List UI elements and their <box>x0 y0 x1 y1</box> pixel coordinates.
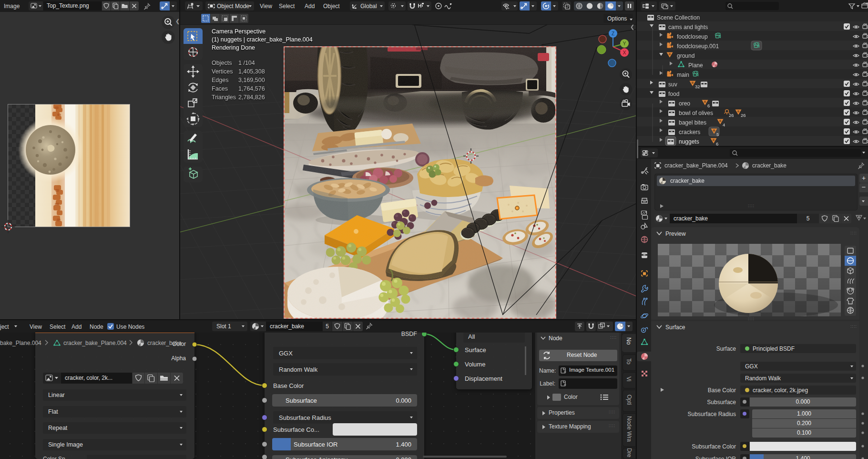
svg-text:cracker_bake: cracker_bake <box>752 162 786 169</box>
svg-text:food: food <box>668 91 679 97</box>
svg-text:suv: suv <box>668 81 677 88</box>
svg-text:6: 6 <box>707 103 710 108</box>
svg-text:foodcloseup: foodcloseup <box>677 33 708 40</box>
svg-text:bowl of olives: bowl of olives <box>679 110 713 116</box>
svg-text:main: main <box>677 72 689 78</box>
svg-text:6: 6 <box>716 141 718 146</box>
svg-text:ground: ground <box>677 52 694 59</box>
svg-text:Z: Z <box>612 31 614 36</box>
svg-text:26: 26 <box>729 113 734 118</box>
svg-text:cracker_bake_Plane.004: cracker_bake_Plane.004 <box>63 340 127 346</box>
svg-text:Plane: Plane <box>688 62 703 69</box>
svg-text:Scene Collection: Scene Collection <box>657 14 700 21</box>
svg-text:5: 5 <box>716 132 719 137</box>
svg-text:cracker_bake: cracker_bake <box>147 340 182 346</box>
svg-text:32: 32 <box>695 84 700 89</box>
svg-text:bake_Plane.004: bake_Plane.004 <box>0 340 41 346</box>
svg-text:26: 26 <box>741 113 746 118</box>
svg-text:Y: Y <box>623 41 626 46</box>
svg-text:oreo: oreo <box>679 100 690 107</box>
svg-text:4: 4 <box>723 122 725 127</box>
svg-text:cams and lights: cams and lights <box>668 24 708 31</box>
svg-text:cracker_bake_Plane.004: cracker_bake_Plane.004 <box>664 162 728 169</box>
svg-text:nuggets: nuggets <box>679 138 699 145</box>
svg-text:crackers: crackers <box>679 129 700 136</box>
svg-text:X: X <box>623 50 626 55</box>
svg-text:bagel bites: bagel bites <box>679 119 706 126</box>
svg-text:foodcloseup.001: foodcloseup.001 <box>677 43 719 50</box>
